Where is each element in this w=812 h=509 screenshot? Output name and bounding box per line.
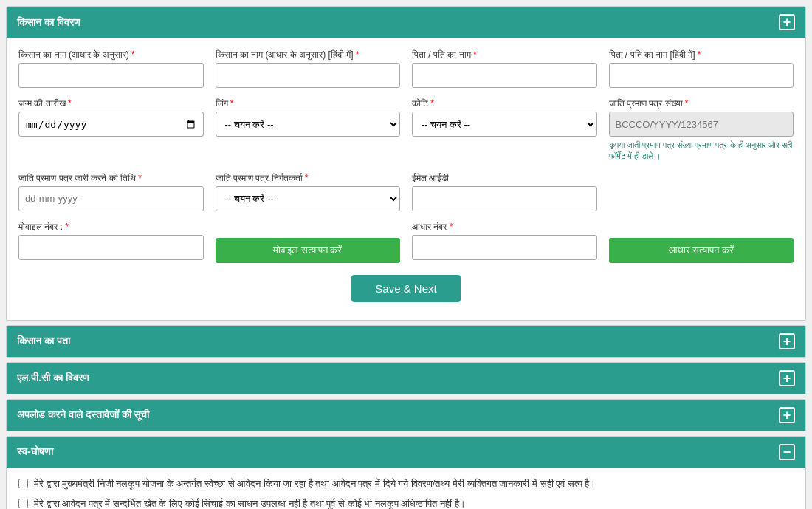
form-row-names: किसान का नाम (आधार के अनुसार) * किसान का… <box>18 49 794 88</box>
farmer-name-label: किसान का नाम (आधार के अनुसार) * <box>18 49 204 60</box>
farmer-address-section: किसान का पता + <box>6 325 806 358</box>
self-declaration-title: स्व-घोषणा <box>17 445 53 458</box>
father-name-group: पिता / पति का नाम * <box>412 49 597 88</box>
lpc-details-title: एल.पी.सी का विवरण <box>17 372 89 384</box>
email-input[interactable] <box>412 186 597 211</box>
farmer-name-hindi-required: * <box>356 49 359 60</box>
mobile-verify-group: मोबाइल सत्यापन करें <box>216 222 401 263</box>
dob-input[interactable] <box>18 112 204 137</box>
lpc-details-toggle[interactable]: + <box>779 370 795 386</box>
form-row-caste-cert: जाति प्रमाण पत्र जारी करने की तिथि * जात… <box>18 173 794 211</box>
caste-cert-hint: कृपया जाती प्रमाण पत्र संख्या प्रमाण-पत्… <box>609 140 794 163</box>
lpc-details-header[interactable]: एल.पी.सी का विवरण + <box>7 363 805 394</box>
form-row-dob-caste: जन्म की तारीख * लिंग * -- चयन करें -- <box>18 98 794 163</box>
farmer-name-group: किसान का नाम (आधार के अनुसार) * <box>18 49 204 88</box>
save-next-row: Save & Next <box>18 275 794 302</box>
dob-label: जन्म की तारीख * <box>18 98 204 109</box>
gender-select[interactable]: -- चयन करें -- <box>216 112 401 137</box>
farmer-details-section: किसान का विवरण + किसान का नाम (आधार के अ… <box>6 6 806 321</box>
father-name-hindi-label: पिता / पति का नाम [हिंदी में] * <box>609 49 794 60</box>
caste-cert-issuer-group: जाति प्रमाण पत्र निर्गतकर्ता * -- चयन कर… <box>216 173 401 211</box>
father-name-hindi-group: पिता / पति का नाम [हिंदी में] * <box>609 49 794 88</box>
farmer-address-header[interactable]: किसान का पता + <box>7 326 805 357</box>
caste-select[interactable]: -- चयन करें -- <box>412 112 597 137</box>
farmer-address-toggle[interactable]: + <box>779 333 795 349</box>
father-name-label: पिता / पति का नाम * <box>412 49 597 60</box>
declaration-text-1: मेरे द्वारा मुख्यमंत्री निजी नलकूप योजना… <box>34 476 596 491</box>
farmer-name-hindi-label: किसान का नाम (आधार के अनुसार) [हिंदी में… <box>216 49 401 60</box>
caste-cert-num-input[interactable] <box>609 112 794 137</box>
aadhar-label: आधार नंबर * <box>412 222 597 232</box>
email-label: ईमेल आईडी <box>412 173 597 183</box>
farmer-details-header[interactable]: किसान का विवरण + <box>7 7 805 38</box>
caste-cert-date-group: जाति प्रमाण पत्र जारी करने की तिथि * <box>18 173 204 211</box>
caste-cert-num-label: जाति प्रमाण पत्र संख्या * <box>609 98 794 109</box>
declaration-checkbox-2[interactable] <box>18 499 28 508</box>
upload-docs-title: अपलोड करने वाले दस्तावेजों की सूची <box>17 409 149 421</box>
aadhar-verify-button[interactable]: आधार सत्यापन करें <box>609 238 794 263</box>
self-declaration-toggle[interactable]: − <box>779 444 795 460</box>
father-name-hindi-required: * <box>698 49 701 60</box>
save-next-button[interactable]: Save & Next <box>351 275 460 302</box>
farmer-address-title: किसान का पता <box>17 335 70 347</box>
mobile-input[interactable] <box>18 235 204 260</box>
aadhar-group: आधार नंबर * <box>412 222 597 263</box>
upload-docs-toggle[interactable]: + <box>779 407 795 423</box>
caste-cert-date-label: जाति प्रमाण पत्र जारी करने की तिथि * <box>18 173 204 183</box>
self-declaration-header[interactable]: स्व-घोषणा − <box>7 437 805 468</box>
gender-group: लिंग * -- चयन करें -- <box>216 98 401 163</box>
farmer-details-title: किसान का विवरण <box>17 16 80 29</box>
caste-cert-issuer-select[interactable]: -- चयन करें -- <box>216 186 401 211</box>
farmer-name-hindi-input[interactable] <box>216 63 401 88</box>
mobile-label: मोबाइल नंबर : * <box>18 222 204 232</box>
father-name-hindi-input[interactable] <box>609 63 794 88</box>
caste-group: कोटि * -- चयन करें -- <box>412 98 597 163</box>
email-group: ईमेल आईडी <box>412 173 597 211</box>
upload-docs-section: अपलोड करने वाले दस्तावेजों की सूची + <box>6 399 806 431</box>
self-declaration-section: स्व-घोषणा − मेरे द्वारा मुख्यमंत्री निजी… <box>6 436 806 509</box>
aadhar-verify-group: आधार सत्यापन करें <box>609 222 794 263</box>
upload-docs-header[interactable]: अपलोड करने वाले दस्तावेजों की सूची + <box>7 400 805 431</box>
mobile-group: मोबाइल नंबर : * <box>18 222 204 263</box>
caste-label: कोटि * <box>412 98 597 109</box>
caste-cert-date-input[interactable] <box>18 186 204 211</box>
caste-cert-num-group: जाति प्रमाण पत्र संख्या * कृपया जाती प्र… <box>609 98 794 163</box>
declaration-item-2: मेरे द्वारा आवेदन पत्र में सन्दर्भित खेत… <box>18 496 794 509</box>
dob-group: जन्म की तारीख * <box>18 98 204 163</box>
caste-cert-issuer-label: जाति प्रमाण पत्र निर्गतकर्ता * <box>216 173 401 183</box>
farmer-name-hindi-group: किसान का नाम (आधार के अनुसार) [हिंदी में… <box>216 49 401 88</box>
self-declaration-body: मेरे द्वारा मुख्यमंत्री निजी नलकूप योजना… <box>7 468 805 509</box>
declaration-text-2: मेरे द्वारा आवेदन पत्र में सन्दर्भित खेत… <box>34 496 466 509</box>
form-row-mobile-aadhar: मोबाइल नंबर : * मोबाइल सत्यापन करें आधार… <box>18 222 794 263</box>
aadhar-input[interactable] <box>412 235 597 260</box>
declaration-checkbox-1[interactable] <box>18 479 28 488</box>
lpc-details-section: एल.पी.सी का विवरण + <box>6 362 806 394</box>
farmer-name-required: * <box>131 49 135 60</box>
farmer-name-input[interactable] <box>18 63 204 88</box>
father-name-required: * <box>473 49 477 60</box>
farmer-details-toggle[interactable]: + <box>779 14 795 30</box>
declaration-item-1: मेरे द्वारा मुख्यमंत्री निजी नलकूप योजना… <box>18 476 794 491</box>
farmer-details-body: किसान का नाम (आधार के अनुसार) * किसान का… <box>7 38 805 320</box>
father-name-input[interactable] <box>412 63 597 88</box>
mobile-verify-button[interactable]: मोबाइल सत्यापन करें <box>216 238 401 263</box>
gender-label: लिंग * <box>216 98 401 109</box>
